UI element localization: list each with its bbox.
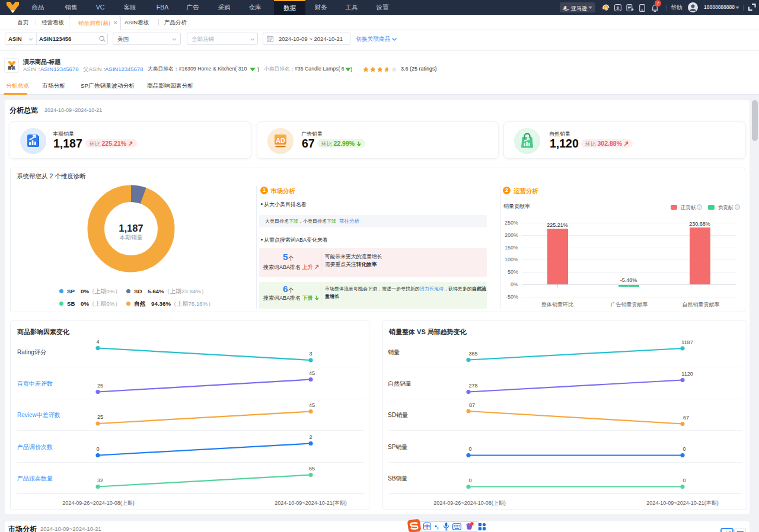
svg-text:AD: AD [276,137,285,144]
